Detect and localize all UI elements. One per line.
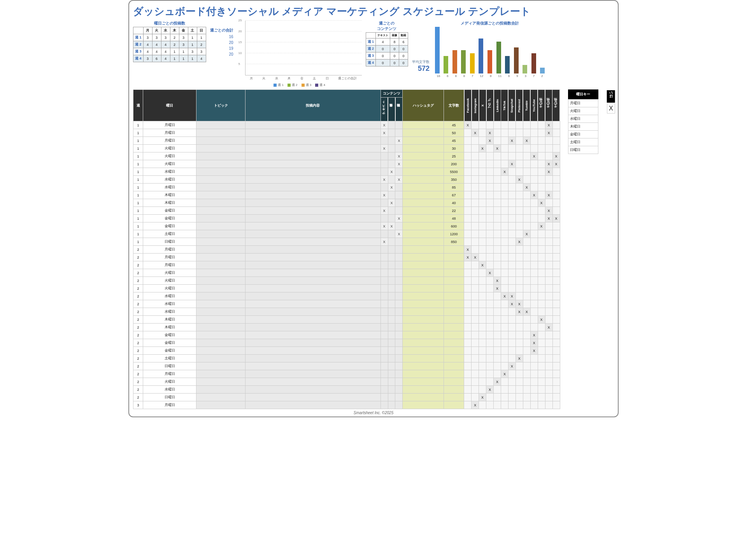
table-row[interactable]: 2火曜日X xyxy=(133,378,560,386)
dashboard-row: 曜日ごとの投稿数 月火水木金土日週 13332311週 24442312週 34… xyxy=(133,21,614,87)
media-chart-block: メディア発信源ごとの投稿数合計 1668871281169372 xyxy=(433,21,546,78)
table-row[interactable]: 1火曜日X30XX xyxy=(133,145,560,152)
day-key-item: 木曜日 xyxy=(568,123,598,131)
table-row[interactable]: 2水曜日XX xyxy=(133,308,560,316)
content-by-week-block: 週ごとの コンテンツ テキスト画像動画週 1486週 2000週 3000週 4… xyxy=(366,21,409,66)
avg-chars-block: 平均文字数 572 xyxy=(412,21,430,73)
table-row[interactable]: 2金曜日X xyxy=(133,347,560,355)
table-row[interactable]: 1水曜日X5500XX xyxy=(133,168,560,176)
table-row[interactable]: 2日曜日X xyxy=(133,362,560,370)
table-row[interactable]: 1木曜日X67XX xyxy=(133,191,560,199)
table-row[interactable]: 2火曜日X xyxy=(133,277,560,285)
table-row[interactable]: 2金曜日X xyxy=(133,331,560,339)
table-row[interactable]: 1水曜日XX350X xyxy=(133,176,560,184)
table-row[interactable]: 1金曜日X48XX xyxy=(133,215,560,222)
table-row[interactable]: 1日曜日X850X xyxy=(133,238,560,246)
yes-key-value: X xyxy=(607,103,615,114)
table-row[interactable]: 2水曜日XX xyxy=(133,300,560,308)
schedule-table[interactable]: 週曜日トピック投稿内容コンテンツハッシュタグ文字数FacebookInstagr… xyxy=(133,89,560,409)
content-by-week-table: テキスト画像動画週 1486週 2000週 3000週 4000 xyxy=(366,32,409,66)
content-by-week-title: 週ごとの コンテンツ xyxy=(366,21,409,32)
table-row[interactable]: 2月曜日XX xyxy=(133,254,560,261)
table-row[interactable]: 1火曜日X200XXX xyxy=(133,160,560,168)
table-row[interactable]: 2木曜日X xyxy=(133,324,560,331)
table-row[interactable]: 2水曜日X xyxy=(133,386,560,394)
table-row[interactable]: 1月曜日X50XXX xyxy=(133,129,560,137)
day-key-title: 曜日キー xyxy=(568,89,598,100)
table-row[interactable]: 1木曜日X40X xyxy=(133,199,560,207)
table-row[interactable]: 1火曜日X25XX xyxy=(133,152,560,160)
posts-by-day-title: 曜日ごとの投稿数 xyxy=(133,21,206,26)
posts-by-day-block: 曜日ごとの投稿数 月火水木金土日週 13332311週 24442312週 34… xyxy=(133,21,206,62)
day-key-item: 水曜日 xyxy=(568,115,598,123)
table-row[interactable]: 2月曜日X xyxy=(133,261,560,269)
posts-by-day-table: 月火水木金土日週 13332311週 24442312週 34441133週 4… xyxy=(133,27,206,62)
avg-chars-label: 平均文字数 xyxy=(412,60,430,64)
table-row[interactable]: 1土曜日X1200X xyxy=(133,230,560,238)
table-row[interactable]: 1金曜日XX600X xyxy=(133,222,560,230)
yes-key-table: はいX xyxy=(606,89,616,114)
table-row[interactable]: 2水曜日XX xyxy=(133,292,560,300)
table-row[interactable]: 2火曜日X xyxy=(133,285,560,292)
table-row[interactable]: 2月曜日X xyxy=(133,370,560,378)
day-key-item: 金曜日 xyxy=(568,131,598,138)
grouped-bar-chart: 510152025 月火水木金土日週ごとの合計 週 1週 2週 3週 4 xyxy=(237,21,362,87)
table-row[interactable]: 2木曜日X xyxy=(133,316,560,324)
table-row[interactable]: 2火曜日X xyxy=(133,269,560,277)
weekly-totals-title: 週ごとの合計 xyxy=(210,28,233,33)
day-key-item: 日曜日 xyxy=(568,146,598,154)
page-title: ダッシュボード付きソーシャル メディア マーケティング スケジュール テンプレー… xyxy=(133,5,614,18)
weekly-totals-block: 週ごとの合計 16201920 xyxy=(210,21,233,58)
table-row[interactable]: 1月曜日X45XXX xyxy=(133,137,560,145)
day-key-item: 月曜日 xyxy=(568,100,598,107)
yes-key-title: はい xyxy=(607,90,615,103)
table-row[interactable]: 2日曜日X xyxy=(133,394,560,401)
table-row[interactable]: 2土曜日X xyxy=(133,355,560,362)
avg-chars-value: 572 xyxy=(412,65,430,73)
table-row[interactable]: 1水曜日X85X xyxy=(133,184,560,191)
table-row[interactable]: 1月曜日X45XX xyxy=(133,121,560,129)
day-key-item: 火曜日 xyxy=(568,107,598,115)
day-key-item: 土曜日 xyxy=(568,138,598,146)
table-row[interactable]: 2金曜日X xyxy=(133,339,560,347)
media-chart-title: メディア発信源ごとの投稿数合計 xyxy=(433,21,546,26)
table-row[interactable]: 1金曜日X22X xyxy=(133,207,560,215)
table-row[interactable]: 3月曜日X xyxy=(133,401,560,409)
day-key-table: 曜日キー月曜日火曜日水曜日木曜日金曜日土曜日日曜日 xyxy=(568,89,598,154)
table-row[interactable]: 2月曜日X xyxy=(133,246,560,254)
footer: Smartsheet Inc. ©2025 xyxy=(133,411,614,415)
